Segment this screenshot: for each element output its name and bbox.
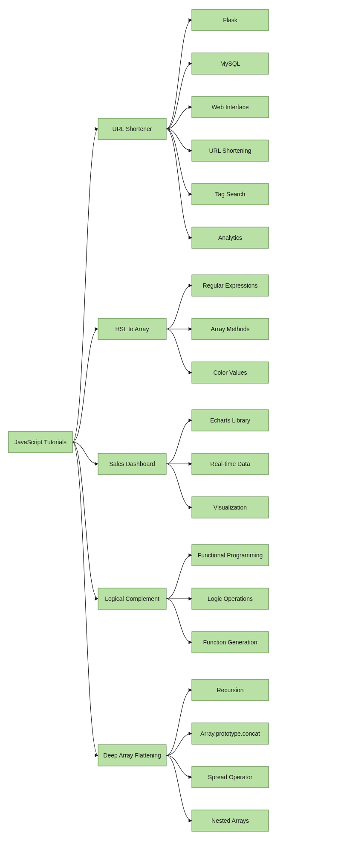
- root: JavaScript Tutorials: [9, 431, 72, 453]
- edge-mid1-leaf2: [166, 329, 192, 373]
- mid-4: Deep Array Flattening: [98, 745, 166, 766]
- leaf-0-3: URL Shortening: [192, 140, 269, 161]
- edge-root-mid1: [72, 329, 98, 442]
- leaf-0-4-label: Tag Search: [215, 191, 246, 198]
- mid-1: HSL to Array: [98, 318, 166, 340]
- leaf-2-0-label: Echarts Library: [210, 417, 250, 424]
- edge-mid2-leaf0: [166, 420, 192, 464]
- leaf-2-1-label: Real-time Data: [210, 460, 250, 467]
- edge-mid2-leaf2: [166, 464, 192, 507]
- edge-mid3-leaf2: [166, 599, 192, 642]
- leaf-4-3-label: Nested Arrays: [211, 817, 249, 824]
- edge-mid0-leaf3: [166, 129, 192, 151]
- leaf-0-1-label: MySQL: [220, 60, 240, 67]
- leaf-3-1-label: Logic Operations: [208, 595, 253, 602]
- leaf-0-2: Web Interface: [192, 96, 269, 118]
- leaf-4-0: Recursion: [192, 679, 269, 701]
- leaf-4-0-label: Recursion: [217, 687, 243, 693]
- edge-mid0-leaf2: [166, 107, 192, 129]
- leaf-3-0: Functional Programming: [192, 545, 269, 566]
- leaf-4-1: Array.prototype.concat: [192, 723, 269, 744]
- mid-2: Sales Dashboard: [98, 453, 166, 475]
- leaf-3-2: Function Generation: [192, 632, 269, 653]
- mid-4-label: Deep Array Flattening: [103, 752, 161, 759]
- leaf-1-2: Color Values: [192, 362, 269, 383]
- leaf-1-2-label: Color Values: [213, 369, 247, 376]
- edge-root-mid3: [72, 442, 98, 599]
- edge-mid3-leaf0: [166, 555, 192, 599]
- edge-mid1-leaf0: [166, 285, 192, 329]
- edge-mid4-leaf2: [166, 755, 192, 777]
- edge-mid4-leaf1: [166, 734, 192, 755]
- leaf-2-2: Visualization: [192, 497, 269, 518]
- edge-root-mid4: [72, 442, 98, 755]
- edge-root-mid0: [72, 129, 98, 442]
- leaf-2-2-label: Visualization: [214, 504, 247, 511]
- leaf-3-0-label: Functional Programming: [198, 552, 263, 559]
- mid-0-label: URL Shortener: [113, 125, 152, 132]
- leaf-1-1: Array Methods: [192, 318, 269, 340]
- leaf-2-1: Real-time Data: [192, 453, 269, 475]
- mid-3-label: Logical Complement: [105, 595, 159, 602]
- leaf-0-0: Flask: [192, 9, 269, 31]
- leaf-1-1-label: Array Methods: [211, 326, 249, 332]
- edge-mid0-leaf5: [166, 129, 192, 238]
- root-label: JavaScript Tutorials: [14, 439, 66, 446]
- edge-mid4-leaf0: [166, 690, 192, 755]
- mid-2-label: Sales Dashboard: [109, 460, 155, 467]
- leaf-0-3-label: URL Shortening: [209, 147, 251, 154]
- leaf-4-3: Nested Arrays: [192, 810, 269, 831]
- leaf-0-5: Analytics: [192, 227, 269, 248]
- mid-1-label: HSL to Array: [116, 326, 149, 332]
- leaf-1-0: Regular Expressions: [192, 275, 269, 296]
- leaf-0-2-label: Web Interface: [212, 104, 249, 111]
- leaf-4-1-label: Array.prototype.concat: [200, 730, 260, 737]
- leaf-3-1: Logic Operations: [192, 588, 269, 609]
- leaf-3-2-label: Function Generation: [203, 639, 257, 646]
- leaf-4-2: Spread Operator: [192, 766, 269, 788]
- leaf-0-1: MySQL: [192, 53, 269, 74]
- leaf-1-0-label: Regular Expressions: [202, 282, 257, 289]
- leaf-0-0-label: Flask: [223, 17, 237, 23]
- tree-diagram: FlaskMySQLWeb InterfaceURL ShorteningTag…: [0, 0, 341, 868]
- leaf-4-2-label: Spread Operator: [208, 774, 253, 781]
- leaf-0-4: Tag Search: [192, 184, 269, 205]
- leaf-2-0: Echarts Library: [192, 410, 269, 431]
- edge-mid4-leaf3: [166, 755, 192, 821]
- mid-3: Logical Complement: [98, 588, 166, 609]
- mid-0: URL Shortener: [98, 118, 166, 140]
- leaf-0-5-label: Analytics: [218, 234, 242, 241]
- edge-mid0-leaf0: [166, 20, 192, 129]
